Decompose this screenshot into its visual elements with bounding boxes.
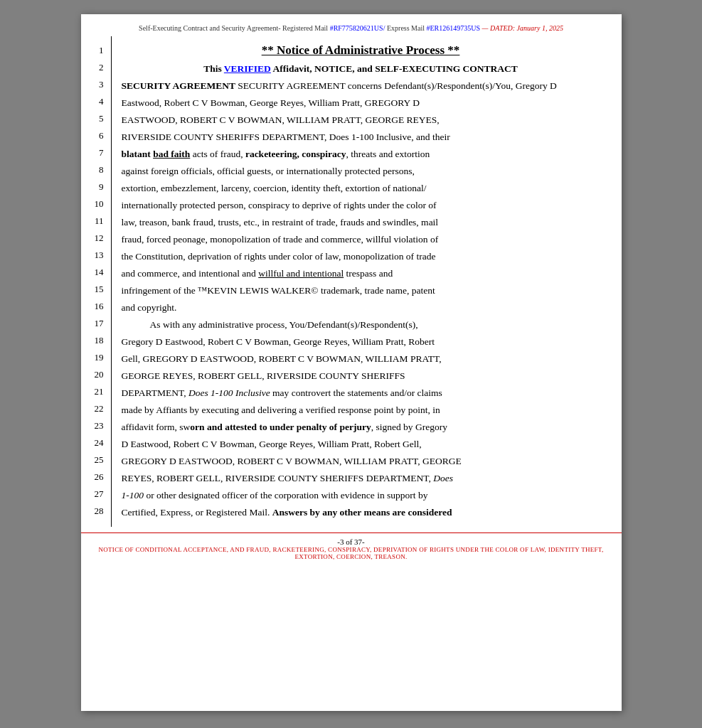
document-footer: -3 of 37- NOTICE OF CONDITIONAL ACCEPTAN… — [81, 532, 622, 563]
ln-21: 21 — [81, 383, 104, 400]
ln-17: 17 — [81, 315, 104, 332]
doc-line-20: GEORGE REYES, ROBERT GELL, RIVERSIDE COU… — [122, 368, 600, 385]
security-agreement: SECURITY AGREEMENT — [122, 80, 235, 91]
ln-9: 9 — [81, 178, 104, 196]
signed-by: , signed by Gregory — [371, 422, 447, 432]
ln-4: 4 — [81, 93, 104, 110]
doc-line-14: and commerce, and intentional and willfu… — [122, 265, 600, 282]
doc-line-2: This VERIFIED Affidavit, NOTICE, and SEL… — [122, 60, 600, 77]
document-header: Self-Executing Contract and Security Agr… — [81, 14, 622, 36]
doc-line-11: law, treason, bank fraud, trusts, etc., … — [122, 214, 600, 231]
doc-line-13: the Constitution, deprivation of rights … — [122, 248, 600, 265]
acts-of-fraud: acts of fraud, — [190, 149, 245, 159]
certified-text: Certified, Express, or Registered Mail. — [122, 507, 272, 518]
dated: — DATED: January 1, 2025 — [480, 24, 563, 32]
line14-post: trespass and — [344, 268, 393, 279]
doc-title: ** Notice of Administrative Process ** — [122, 42, 600, 59]
doc-line-25: GREGORY D EASTWOOD, ROBERT C V BOWMAN, W… — [122, 453, 600, 470]
doc-line-12: fraud, forced peonage, monopolization of… — [122, 231, 600, 248]
answers-text: Answers by any other means are considere… — [272, 507, 452, 518]
footer-notice: NOTICE OF CONDITIONAL ACCEPTANCE, and FR… — [95, 546, 607, 560]
does-italic: Does — [433, 473, 453, 483]
doc-line-4: Eastwood, Robert C V Bowman, George Reye… — [122, 95, 600, 112]
doc-line-28: Certified, Express, or Registered Mail. … — [122, 504, 600, 521]
doc-line-24: D Eastwood, Robert C V Bowman, George Re… — [122, 436, 600, 453]
verified-link[interactable]: VERIFIED — [224, 63, 271, 74]
doc-line-3: SECURITY AGREEMENT SECURITY AGREEMENT co… — [122, 77, 600, 95]
bad-faith: bad faith — [153, 149, 190, 159]
doc-line-22: made by Affiants by executing and delive… — [122, 402, 600, 419]
line14-pre: and commerce, and intentional and — [122, 268, 259, 279]
doc-line-18: Gregory D Eastwood, Robert C V Bowman, G… — [122, 333, 600, 350]
line3-text: SECURITY AGREEMENT concerns Defendant(s)… — [238, 80, 557, 91]
doc-line-15: infringement of the ™KEVIN LEWIS WALKER©… — [122, 282, 600, 299]
reg-mail: #RF775820621US/ — [330, 24, 385, 32]
ln-24: 24 — [81, 434, 104, 451]
doc-line-27: 1-100 or other designated officer of the… — [122, 487, 600, 504]
line2-post: Affidavit, NOTICE, and SELF-EXECUTING CO… — [271, 63, 518, 74]
ln-18: 18 — [81, 332, 104, 349]
doc-line-6: RIVERSIDE COUNTY SHERIFFS DEPARTMENT, Do… — [122, 129, 600, 146]
affidavit-pre: affidavit form, sw — [122, 422, 191, 432]
ln-22: 22 — [81, 400, 104, 417]
express-label: Express Mail — [385, 24, 426, 32]
ln-2: 2 — [81, 59, 104, 76]
may-controvert: may controvert the statements and/or cla… — [270, 387, 442, 398]
doc-line-7: blatant bad faith acts of fraud, rackete… — [122, 146, 600, 163]
ln-28: 28 — [81, 503, 104, 520]
ln-23: 23 — [81, 417, 104, 434]
doc-line-10: internationally protected person, conspi… — [122, 197, 600, 214]
express-mail: #ER126149735US — [426, 24, 480, 32]
willful-intentional: willful and intentional — [258, 268, 344, 279]
reyes-text: REYES, ROBERT GELL, RIVERSIDE COUNTY SHE… — [122, 473, 434, 483]
ln-27: 27 — [81, 486, 104, 503]
ln-6: 6 — [81, 127, 104, 144]
doc-line-23: affidavit form, sworn and attested to un… — [122, 419, 600, 436]
dept-text: DEPARTMENT, — [122, 387, 188, 398]
page-number: -3 of 37- — [95, 537, 607, 546]
ln-15: 15 — [81, 281, 104, 298]
doc-line-17: As with any administrative process, You/… — [122, 316, 600, 333]
line-numbers: 1 2 3 4 5 6 7 8 9 10 11 12 13 14 15 16 1… — [81, 36, 111, 527]
ln-7: 7 — [81, 144, 104, 161]
ln-14: 14 — [81, 264, 104, 281]
header-text: Self-Executing Contract and Security Agr… — [139, 24, 330, 32]
infringement: infringement — [122, 285, 171, 296]
doc-line-21: DEPARTMENT, Does 1-100 Inclusive may con… — [122, 385, 600, 402]
ln-8: 8 — [81, 161, 104, 178]
doc-line-5: EASTWOOD, ROBERT C V BOWMAN, WILLIAM PRA… — [122, 112, 600, 129]
ln-1: 1 — [81, 42, 104, 59]
document-page: Self-Executing Contract and Security Agr… — [81, 14, 622, 711]
oath-text: orn and attested to under penalty of per… — [190, 422, 371, 432]
ln-19: 19 — [81, 349, 104, 366]
doc-line-16: and copyright. — [122, 299, 600, 316]
racketeering: racketeering, conspiracy — [245, 149, 346, 159]
ln-16: 16 — [81, 298, 104, 315]
threats: , threats and extortion — [346, 149, 430, 159]
ln-10: 10 — [81, 196, 104, 213]
ln-26: 26 — [81, 469, 104, 486]
ln-5: 5 — [81, 110, 104, 127]
one-hundred: 1-100 — [122, 490, 144, 500]
line2-pre: This — [203, 63, 224, 74]
content-area: 1 2 3 4 5 6 7 8 9 10 11 12 13 14 15 16 1… — [81, 36, 622, 527]
doc-line-8: against foreign officials, official gues… — [122, 163, 600, 180]
ln-12: 12 — [81, 230, 104, 247]
doc-line-9: extortion, embezzlement, larceny, coerci… — [122, 180, 600, 197]
designated-officer: or other designated officer of the corpo… — [144, 490, 427, 500]
ln-25: 25 — [81, 451, 104, 469]
ln-13: 13 — [81, 247, 104, 264]
doc-line-26: REYES, ROBERT GELL, RIVERSIDE COUNTY SHE… — [122, 470, 600, 487]
blatant: blatant — [122, 149, 154, 159]
trademark-text: of the ™KEVIN LEWIS WALKER© trademark, t… — [171, 285, 435, 296]
ln-11: 11 — [81, 213, 104, 230]
doc-line-19: Gell, GREGORY D EASTWOOD, ROBERT C V BOW… — [122, 350, 600, 368]
ln-20: 20 — [81, 366, 104, 383]
does-inclusive: Does 1-100 Inclusive — [188, 387, 270, 398]
document-text: ** Notice of Administrative Process ** T… — [111, 36, 622, 527]
ln-3: 3 — [81, 76, 104, 93]
